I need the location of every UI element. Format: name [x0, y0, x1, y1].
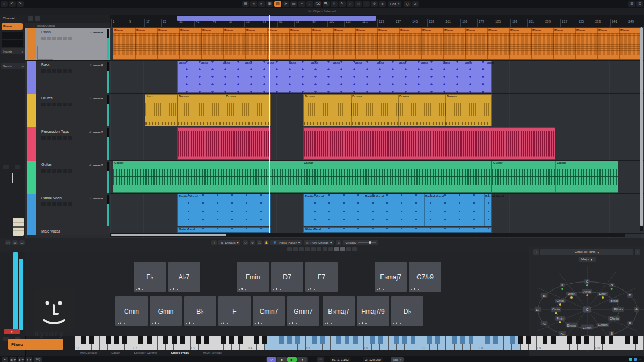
- write-button[interactable]: [68, 37, 72, 40]
- black-key[interactable]: [81, 336, 86, 344]
- player-dropdown[interactable]: 👤 Piano Player ▾: [270, 240, 302, 245]
- write-button[interactable]: [68, 136, 72, 140]
- clip-bass[interactable]: BassBassBassBassBassBassBassBassBassBass…: [177, 61, 492, 93]
- record-arm-button[interactable]: [52, 37, 56, 40]
- cof-minor-F♯min[interactable]: F♯min: [612, 307, 624, 312]
- black-key[interactable]: [543, 336, 547, 344]
- clip-drums[interactable]: DrumsDrumsDrumsDrums: [303, 94, 492, 126]
- mode-dropdown[interactable]: ▷ Pure Chords ▾: [304, 240, 334, 245]
- remote-cell[interactable]: [305, 247, 310, 251]
- black-key[interactable]: [89, 336, 94, 344]
- remote-cell[interactable]: [352, 247, 357, 251]
- horizontal-scrollbar[interactable]: [110, 233, 625, 237]
- piano-keyboard[interactable]: C1C2C3C4C5C6C7C8C9C10: [75, 336, 644, 350]
- cof-major-E♭[interactable]: E♭: [535, 307, 541, 312]
- mute-button[interactable]: [41, 202, 46, 206]
- add-track-icon[interactable]: [28, 16, 33, 21]
- rack-slot-2[interactable]: [2, 40, 23, 47]
- black-key[interactable]: [279, 336, 284, 344]
- track-name[interactable]: Guitar: [41, 163, 52, 166]
- snap-icon[interactable]: ⊙: [371, 1, 378, 7]
- range-tool-icon[interactable]: ▭: [290, 1, 297, 7]
- black-key[interactable]: [510, 336, 515, 344]
- mute-button[interactable]: [3, 165, 9, 169]
- cof-minor-B♭min[interactable]: B♭min: [566, 322, 578, 327]
- select-tool-icon[interactable]: ➤: [282, 1, 289, 7]
- monitor-button[interactable]: [57, 136, 62, 140]
- read-button[interactable]: [63, 103, 67, 106]
- write-button[interactable]: [68, 202, 72, 206]
- black-key[interactable]: [370, 336, 375, 344]
- playhead[interactable]: [269, 15, 270, 233]
- remote-cell[interactable]: [293, 247, 298, 251]
- clip-partial-vocal[interactable]: Partial Vocal: [177, 194, 271, 226]
- tempo-display[interactable]: ⊿ 120.000: [363, 357, 383, 362]
- black-key[interactable]: [452, 336, 457, 344]
- velocity-slider[interactable]: Velocity: [343, 240, 378, 245]
- black-key[interactable]: [584, 336, 589, 344]
- workspace-icon[interactable]: ▣: [266, 1, 273, 7]
- black-key[interactable]: [353, 336, 358, 344]
- black-key[interactable]: [138, 336, 143, 344]
- solo-button[interactable]: [47, 136, 51, 140]
- remote-cell[interactable]: [317, 247, 321, 251]
- mute-button[interactable]: [41, 136, 46, 140]
- tab-editor[interactable]: Editor: [111, 351, 120, 354]
- chord-pad-Gmin[interactable]: Gmin: [149, 296, 182, 327]
- read-button[interactable]: [63, 37, 67, 40]
- cof-major-A[interactable]: A: [634, 307, 639, 312]
- chord-pad-Bmaj7[interactable]: B♭maj7: [322, 296, 355, 327]
- time-display[interactable]: 80. 1. 3.102: [330, 357, 351, 362]
- next-icon[interactable]: ▸: [258, 1, 265, 7]
- clip-male-vocal[interactable]: Male Vocal: [177, 227, 271, 233]
- list-icon[interactable]: ≡: [336, 240, 341, 245]
- punch-icon[interactable]: ● ▾: [26, 357, 32, 362]
- black-key[interactable]: [609, 336, 613, 344]
- rack-section-sends[interactable]: Sends▸: [1, 63, 25, 69]
- track-row-percussion-taps[interactable]: Percussion Taps⊿ ▬▬●: [25, 127, 110, 161]
- mute-button[interactable]: [41, 169, 46, 173]
- track-volume-readout[interactable]: ⊿ ▬▬●: [89, 196, 104, 200]
- track-name[interactable]: Drums: [41, 96, 53, 100]
- chord-pad-F[interactable]: F: [218, 296, 251, 327]
- record-button[interactable]: ●: [297, 357, 307, 362]
- black-key[interactable]: [163, 336, 168, 344]
- pads-view-icon[interactable]: ⊞: [12, 240, 18, 245]
- rack-slot-1[interactable]: [2, 32, 23, 39]
- window-zones-icon[interactable]: ⊡: [636, 1, 643, 7]
- black-key[interactable]: [567, 336, 572, 344]
- tab-mixconsole[interactable]: MixConsole: [80, 351, 97, 354]
- black-key[interactable]: [493, 336, 498, 344]
- record-arm-button[interactable]: [52, 103, 56, 106]
- voicing-icon[interactable]: ♺: [257, 240, 262, 245]
- timeline-ruler[interactable]: 1917253341495765738189971051131211291371…: [110, 15, 644, 27]
- black-key[interactable]: [229, 336, 234, 344]
- object-selection-tool[interactable]: ▨: [274, 1, 281, 7]
- black-key[interactable]: [402, 336, 407, 344]
- redo-icon[interactable]: ↷: [17, 1, 24, 7]
- cof-minor-Emin[interactable]: Emin: [597, 292, 608, 296]
- black-key[interactable]: [394, 336, 399, 344]
- track-volume-readout[interactable]: ⊿ ▬▬●: [89, 163, 104, 166]
- clip-drums[interactable]: DrumsDrums: [177, 94, 271, 126]
- vscroll-thumb[interactable]: [640, 27, 643, 226]
- cof-center-chord[interactable]: C: [583, 307, 591, 313]
- clip-partial-vocal[interactable]: Partial VocalPartial VocalPartial VocalP…: [303, 194, 492, 226]
- read-button[interactable]: [63, 202, 67, 206]
- black-key[interactable]: [427, 336, 432, 344]
- track-row-male-vocal[interactable]: Male Vocal: [25, 227, 110, 235]
- solo-button[interactable]: [47, 103, 51, 106]
- track-row-bass[interactable]: Bass⊿ ▬▬●: [25, 61, 110, 95]
- black-key[interactable]: [172, 336, 177, 344]
- cof-minor-Dmin[interactable]: Dmin: [566, 292, 577, 296]
- cof-major-B[interactable]: B: [609, 331, 614, 336]
- cof-minor-Bmin[interactable]: Bmin: [609, 299, 619, 303]
- chord-pad-Emaj7[interactable]: E♭maj7: [374, 262, 407, 292]
- preset-dropdown[interactable]: ⚙ Default ▾: [218, 240, 240, 245]
- clip-piano[interactable]: PianoPianoPianoPianoPianoPianoPianoPiano…: [113, 28, 640, 60]
- track-row-drums[interactable]: Drums⊿ ▬▬●: [25, 94, 110, 128]
- track-name[interactable]: Piano: [41, 30, 51, 34]
- black-key[interactable]: [238, 336, 243, 344]
- marker-icon[interactable]: ◉ ▾: [10, 357, 16, 362]
- chord-pad-E[interactable]: E♭: [133, 262, 166, 292]
